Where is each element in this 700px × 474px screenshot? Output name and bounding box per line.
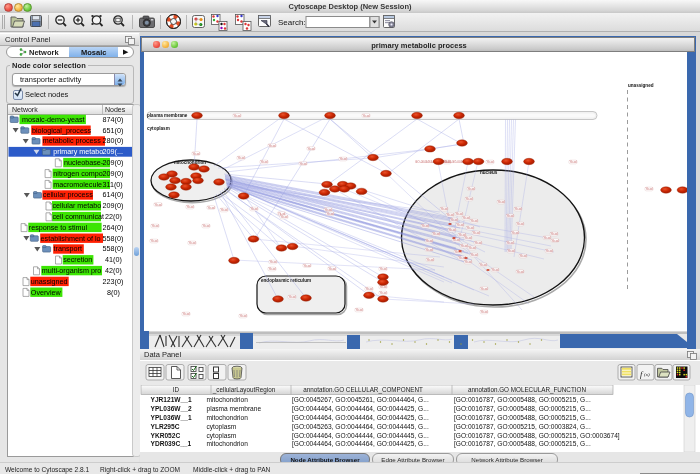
svg-text:biological_process: biological_process [32,126,92,135]
svg-text:Yb-vd: Yb-vd [511,231,519,235]
svg-text:Yb-vd: Yb-vd [550,232,558,236]
svg-text:209(0): 209(0) [103,201,124,210]
svg-text:558(0): 558(0) [103,234,124,243]
svg-text:cytoplasm: cytoplasm [207,432,237,440]
svg-text:Yb-vd: Yb-vd [468,246,476,250]
svg-text:Yb-vd: Yb-vd [467,187,475,191]
svg-text:Yb-vd: Yb-vd [362,114,370,118]
svg-text:ID: ID [173,386,180,393]
svg-text:primary metabo: primary metabo [53,147,103,156]
svg-text:Yb-vd: Yb-vd [507,249,515,253]
svg-text:Yb-vd: Yb-vd [239,314,247,318]
svg-text:Yb-vd: Yb-vd [260,160,268,164]
svg-text:Yb-vd: Yb-vd [233,114,241,118]
svg-text:Yb-vd: Yb-vd [182,312,190,316]
svg-text:Yb-vd: Yb-vd [446,213,454,217]
svg-text:Yb-vd: Yb-vd [237,156,245,160]
svg-text:plasma membrane: plasma membrane [207,405,262,413]
svg-text:unassigned: unassigned [31,277,68,286]
svg-text:Yb-vd: Yb-vd [472,231,480,235]
svg-text:651(0): 651(0) [103,126,124,135]
svg-text:YKR052C: YKR052C [151,432,181,439]
svg-text:Yb-vd: Yb-vd [551,239,559,243]
svg-text:Yb-vd: Yb-vd [268,267,276,271]
svg-text:Yb-vd: Yb-vd [506,241,514,245]
svg-text:[GO:0016787, GO:0005488, GO:00: [GO:0016787, GO:0005488, GO:0005215, G..… [454,414,591,422]
svg-text:Yb-vd: Yb-vd [426,258,434,262]
svg-text:Yb-vd: Yb-vd [465,197,473,201]
svg-text:Yb-vd: Yb-vd [506,214,514,218]
svg-text:42(0): 42(0) [105,266,122,275]
svg-text:Yb-vd: Yb-vd [355,308,363,312]
svg-text:Yb-vd: Yb-vd [324,208,332,212]
svg-text:Yb-vd: Yb-vd [514,207,522,211]
svg-text:Yb-vd: Yb-vd [151,224,159,228]
svg-text:annotation.GO CELLULAR_COMPONE: annotation.GO CELLULAR_COMPONENT [303,386,423,394]
svg-text:nucleus: nucleus [480,170,498,175]
svg-text:Yb-vd: Yb-vd [470,253,478,257]
svg-text:558(0): 558(0) [103,244,124,253]
svg-text:Yb-vd: Yb-vd [440,207,448,211]
svg-text:Yb-vd: Yb-vd [448,228,456,232]
svg-text:Yb-vd: Yb-vd [379,291,387,295]
svg-text:cytoplasm: cytoplasm [147,126,170,131]
svg-text:22(0): 22(0) [105,212,122,221]
svg-text:YPL036W__2: YPL036W__2 [151,405,192,412]
svg-text:Yb-vd: Yb-vd [379,285,387,289]
svg-text:mitochondrion: mitochondrion [207,396,249,403]
svg-text:annotation.GO MOLECULAR_FUNCTI: annotation.GO MOLECULAR_FUNCTION [468,386,586,394]
svg-text:Yb-vd: Yb-vd [307,147,315,151]
svg-text:Yb-vd: Yb-vd [150,239,158,243]
svg-text:311(0): 311(0) [103,180,123,189]
svg-text:Yb-vd: Yb-vd [154,203,162,207]
svg-text:Yb-vd: Yb-vd [339,157,347,161]
svg-text:Yb-vd: Yb-vd [268,144,276,148]
svg-text:Yb-vd: Yb-vd [207,206,215,210]
svg-text:614(0): 614(0) [103,190,124,199]
svg-text:multi-organism pro: multi-organism pro [42,266,102,275]
svg-text:Yb-vd: Yb-vd [425,239,433,243]
svg-text:Yb-vd: Yb-vd [326,212,334,216]
svg-text:Overview: Overview [31,288,62,297]
svg-text:Yb-vd: Yb-vd [456,223,464,227]
svg-text:mitochondrion: mitochondrion [174,160,206,165]
svg-text:YPL036W__1: YPL036W__1 [151,414,192,421]
svg-text:209(0): 209(0) [103,169,124,178]
svg-text:unassigned: unassigned [628,83,654,88]
svg-text:Yb-vd: Yb-vd [497,200,505,204]
svg-text:cell communicat: cell communicat [53,212,105,221]
svg-text:209(0): 209(0) [103,158,124,167]
svg-text:Yb-vd: Yb-vd [432,232,440,236]
svg-text:Yb-vd: Yb-vd [379,267,387,271]
svg-text:[GO:0016787, GO:0005215, GO:00: [GO:0016787, GO:0005215, GO:0003824, G..… [454,423,591,431]
svg-text:Yb-vd: Yb-vd [425,248,433,252]
svg-text:Yb-vd: Yb-vd [519,254,527,258]
svg-text:[GO:0016787, GO:0005488, GO:00: [GO:0016787, GO:0005488, GO:0005215, GO:… [454,432,620,440]
svg-text:Yb-vd: Yb-vd [188,241,196,245]
svg-text:Yb-vd: Yb-vd [645,187,653,191]
svg-text:8(0): 8(0) [107,288,120,297]
svg-text:_cellularLayoutRegion: _cellularLayoutRegion [212,386,276,394]
svg-text:[GO:0044464, GO:0044464, GO:00: [GO:0044464, GO:0044464, GO:0044425, G..… [292,440,429,448]
svg-text:[GO:0016787, GO:0005488, GO:00: [GO:0016787, GO:0005488, GO:0005215, G..… [454,405,591,413]
svg-text:Yb-vd: Yb-vd [479,263,487,267]
svg-text:Yb-vd: Yb-vd [470,219,478,223]
svg-text:Yb-vd: Yb-vd [250,207,258,211]
svg-text:nucleobase-: nucleobase- [64,158,104,167]
svg-text:264(0): 264(0) [103,223,124,232]
svg-text:mosaic-demo-yeast: mosaic-demo-yeast [22,115,85,124]
svg-text:Search:: Search: [278,18,306,27]
svg-text:YDR039C__1: YDR039C__1 [151,440,192,447]
svg-text:secretion: secretion [63,255,92,264]
svg-text:41(0): 41(0) [105,255,122,264]
svg-text:mitochondrion: mitochondrion [207,440,249,447]
svg-text:YLR295C: YLR295C [151,423,180,430]
svg-text:280(0): 280(0) [103,136,124,145]
svg-text:Yb-vd: Yb-vd [202,224,210,228]
svg-text:Yb-vd: Yb-vd [464,236,472,240]
svg-text:metabolic process: metabolic process [43,136,101,145]
svg-text:[GO:0044464, GO:0044444, GO:00: [GO:0044464, GO:0044444, GO:0044445, G..… [292,432,429,440]
svg-text:mitochondrion: mitochondrion [207,414,249,421]
svg-text:response to stimul: response to stimul [29,223,88,232]
svg-text:874(0): 874(0) [103,115,124,124]
